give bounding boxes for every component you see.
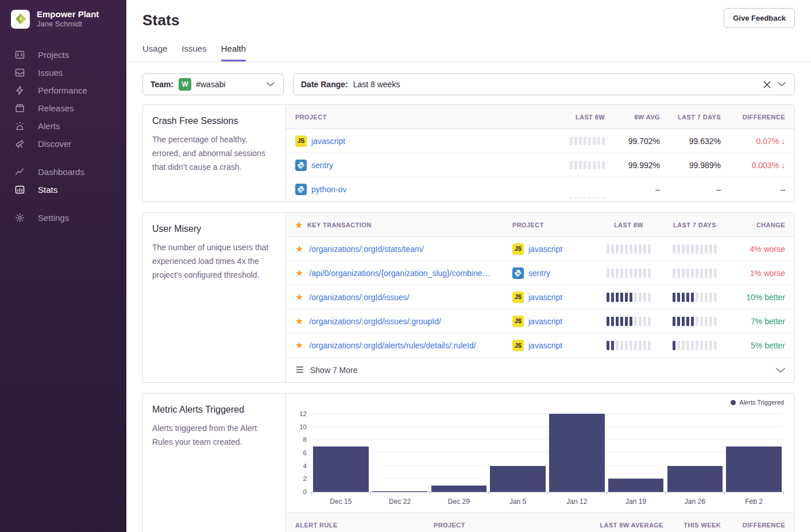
project-cell: python-ov	[295, 184, 530, 195]
project-link[interactable]: sentry	[528, 269, 550, 278]
project-link[interactable]: javascript	[528, 293, 562, 302]
score-bar	[598, 244, 659, 254]
sidebar-item-stats[interactable]: Stats	[0, 181, 126, 199]
y-axis-tick-label: 6	[287, 449, 307, 456]
bar-jan-12[interactable]	[549, 414, 605, 492]
org-name: Empower Plant	[37, 9, 99, 20]
give-feedback-button[interactable]: Give Feedback	[724, 8, 795, 28]
project-link[interactable]: javascript	[528, 317, 562, 326]
sidebar-item-discover[interactable]: Discover	[0, 135, 126, 153]
tab-bar: UsageIssuesHealth	[142, 44, 795, 61]
column-header: ★KEY TRANSACTION	[295, 221, 507, 229]
chevron-down-icon	[265, 81, 276, 88]
change-value: 10% better	[731, 293, 785, 302]
star-icon[interactable]: ★	[295, 293, 303, 302]
platform-python-icon	[512, 267, 524, 279]
table-row: JSjavascript99.702%99.632%0.07% ↓	[286, 129, 794, 153]
column-header: DIFFERENCE	[721, 114, 785, 121]
key-transaction-cell: ★/organizations/:orgId/issues/	[295, 293, 507, 302]
sidebar-item-label: Alerts	[38, 121, 60, 131]
panel-description: The number of unique users that experien…	[152, 240, 276, 282]
sidebar-item-performance[interactable]: Performance	[0, 81, 126, 99]
star-icon[interactable]: ★	[295, 269, 303, 278]
sidebar-item-label: Releases	[38, 103, 74, 113]
avg-8w-value: 99.992%	[605, 161, 660, 170]
bar-jan-5[interactable]	[490, 466, 546, 492]
user-misery-table: ★KEY TRANSACTIONPROJECTLAST 8WLAST 7 DAY…	[286, 213, 794, 382]
bar-slot	[724, 411, 783, 492]
date-range-select[interactable]: Date Range: Last 8 weeks	[293, 73, 795, 95]
legend-label: Alerts Triggered	[739, 399, 784, 406]
sidebar-item-projects[interactable]: Projects	[0, 46, 126, 64]
legend-alerts-triggered[interactable]: Alerts Triggered	[731, 399, 784, 406]
column-header: LAST 8W AVERAGE	[577, 522, 663, 529]
last-7-days-score-cell	[665, 317, 725, 326]
column-header: PROJECT	[434, 522, 577, 529]
legend-dot-icon	[731, 400, 736, 405]
project-link[interactable]: python-ov	[311, 185, 346, 194]
platform-js-icon: JS	[512, 292, 524, 303]
sidebar-item-issues[interactable]: Issues	[0, 64, 126, 81]
star-icon[interactable]: ★	[295, 244, 303, 254]
key-transaction-cell: ★/organizations/:orgId/issues/:groupId/	[295, 317, 507, 326]
platform-js-icon: JS	[512, 340, 524, 351]
transaction-link[interactable]: /organizations/:orgId/issues/	[309, 293, 409, 302]
project-link[interactable]: javascript	[528, 341, 562, 350]
project-link[interactable]: javascript	[311, 137, 345, 146]
bar-jan-19[interactable]	[608, 479, 664, 492]
page-header: Stats Give Feedback UsageIssuesHealth	[126, 0, 811, 62]
chevron-down-icon[interactable]	[776, 366, 785, 375]
last-7-days-value: –	[660, 185, 721, 194]
score-bar	[665, 269, 725, 278]
column-header: 8W AVG	[605, 114, 660, 121]
clear-date-range-icon[interactable]	[762, 80, 772, 90]
filter-row: Team: W #wasabi Date Range: Last 8 weeks	[142, 73, 795, 95]
bar-feb-2[interactable]	[726, 446, 782, 492]
transaction-link[interactable]: /api/0/organizations/{organization_slug}…	[309, 269, 490, 278]
sidebar-item-label: Performance	[38, 86, 87, 95]
sparkline-cell	[530, 161, 605, 169]
org-switcher[interactable]: Empower Plant Jane Schmidt	[0, 9, 126, 29]
x-axis-tick	[430, 492, 430, 495]
table-row: ★/api/0/organizations/{organization_slug…	[286, 261, 794, 285]
projects-icon	[15, 50, 25, 60]
transaction-link[interactable]: /organizations/:orgId/stats/team/	[309, 244, 423, 254]
user-name: Jane Schmidt	[37, 20, 99, 29]
project-link[interactable]: sentry	[311, 161, 333, 170]
last-7-days-score-cell	[665, 269, 725, 278]
star-icon[interactable]: ★	[295, 317, 303, 326]
transaction-link[interactable]: /organizations/:orgId/alerts/rules/detai…	[309, 341, 476, 350]
sidebar-item-releases[interactable]: Releases	[0, 99, 126, 117]
tab-usage[interactable]: Usage	[142, 44, 167, 61]
crash-free-table-body: JSjavascript99.702%99.632%0.07% ↓sentry9…	[286, 129, 794, 201]
team-select[interactable]: Team: W #wasabi	[142, 73, 284, 95]
crash-free-table: PROJECTLAST 8W8W AVGLAST 7 DAYSDIFFERENC…	[286, 105, 794, 201]
tab-issues[interactable]: Issues	[181, 44, 206, 61]
crash-free-table-header: PROJECTLAST 8W8W AVGLAST 7 DAYSDIFFERENC…	[286, 105, 794, 129]
bar-jan-26[interactable]	[667, 466, 723, 492]
last-7-days-score-cell	[665, 293, 725, 302]
transaction-link[interactable]: /organizations/:orgId/issues/:groupId/	[309, 317, 441, 326]
sidebar-item-settings[interactable]: Settings	[0, 209, 126, 227]
sidebar-item-alerts[interactable]: Alerts	[0, 117, 126, 135]
score-bar	[598, 293, 659, 302]
sidebar-item-dashboards[interactable]: Dashboards	[0, 163, 126, 181]
bar-dec-29[interactable]	[431, 486, 487, 492]
show-more-row[interactable]: Show 7 More	[286, 358, 794, 382]
star-icon[interactable]: ★	[295, 341, 303, 350]
bar-dec-22[interactable]	[372, 491, 428, 492]
key-transaction-cell: ★/api/0/organizations/{organization_slug…	[295, 269, 507, 278]
user-misery-description: User Misery The number of unique users t…	[143, 213, 286, 382]
alerts-icon	[15, 121, 25, 131]
project-link[interactable]: javascript	[528, 244, 562, 254]
bar-dec-15[interactable]	[313, 446, 369, 492]
x-axis-tick	[311, 492, 312, 495]
y-axis-tick-label: 8	[287, 436, 307, 443]
score-bar	[665, 317, 725, 326]
team-avatar: W	[179, 78, 191, 91]
panel-description: Alerts triggered from the Alert Rules yo…	[152, 421, 276, 449]
platform-js-icon: JS	[295, 135, 307, 147]
issues-icon	[15, 68, 25, 77]
tab-health[interactable]: Health	[221, 44, 246, 61]
platform-python-icon	[295, 160, 307, 171]
